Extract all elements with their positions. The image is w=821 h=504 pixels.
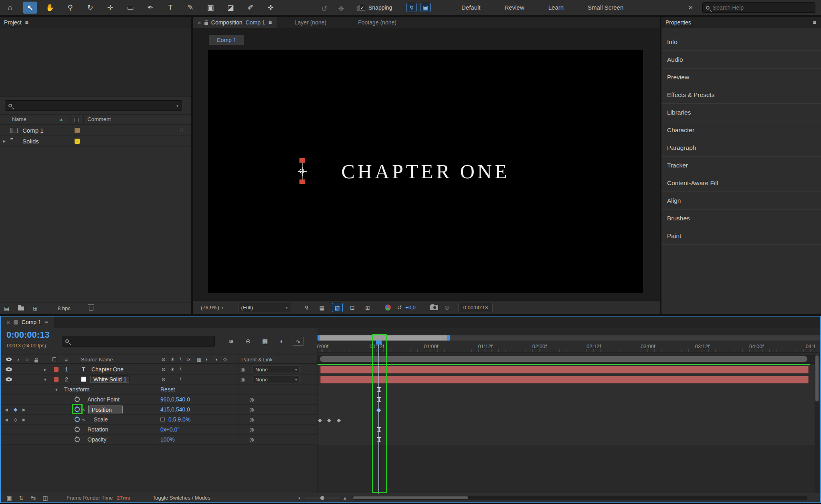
workspace-tab[interactable]: Learn: [548, 2, 564, 12]
property-row-position[interactable]: ◀ ◆ ▶ ∿ Position 415,0,540,0 ◎: [1, 405, 317, 415]
quality-toggle-icon[interactable]: \: [180, 367, 181, 372]
layer-duration-bar[interactable]: [320, 366, 809, 373]
composition-canvas[interactable]: CHAPTER ONE: [208, 50, 643, 293]
pickwhip-icon[interactable]: ◎: [249, 427, 254, 433]
video-column-icon[interactable]: [6, 357, 12, 361]
collapse-arrow-icon[interactable]: ▾: [44, 377, 47, 382]
threed-column-icon[interactable]: ◇: [223, 357, 227, 362]
graph-editor-toggle-icon[interactable]: ∿: [82, 417, 85, 422]
property-value[interactable]: 0,5,9,0%: [168, 416, 190, 423]
keyframe-diamond[interactable]: ◆: [318, 417, 322, 423]
visibility-eye-icon[interactable]: [6, 367, 12, 371]
properties-tab-label[interactable]: Properties: [665, 19, 691, 26]
parent-dropdown[interactable]: None ▾: [253, 366, 300, 373]
property-name[interactable]: Position: [88, 406, 123, 413]
frame-blend-column-icon[interactable]: ▦: [197, 357, 201, 362]
property-name[interactable]: Anchor Point: [87, 396, 119, 403]
collapse-toggle-icon[interactable]: ☀: [170, 367, 175, 372]
pickwhip-icon[interactable]: ◎: [249, 407, 254, 413]
title-text[interactable]: CHAPTER ONE: [341, 160, 510, 183]
exposure-value[interactable]: +0,0: [405, 304, 416, 310]
new-folder-icon[interactable]: [18, 306, 24, 310]
panel-menu-icon[interactable]: ≡: [25, 19, 28, 26]
comp-flowchart-icon[interactable]: ∷: [180, 127, 183, 133]
rotation-tool-icon[interactable]: ↻: [83, 2, 97, 14]
channels-icon[interactable]: [385, 304, 391, 310]
layer-row-2[interactable]: ▾ 2 White Solid 1 ⊙ \ ◎ None ▾: [1, 375, 317, 385]
work-area-bar[interactable]: [317, 335, 820, 341]
property-row-anchor-point[interactable]: Anchor Point 960,0,540,0 ◎: [1, 395, 317, 405]
stopwatch-icon[interactable]: [75, 397, 80, 402]
tab-footage[interactable]: Footage (none): [358, 19, 396, 26]
fx-column-icon[interactable]: fx: [187, 357, 191, 362]
tab-layer[interactable]: Layer (none): [295, 19, 326, 26]
zoom-in-mountain-icon[interactable]: ▲: [343, 495, 348, 501]
collapse-arrow-icon[interactable]: ▾: [55, 387, 58, 392]
layer-name[interactable]: White Solid 1: [91, 376, 129, 383]
rectangle-tool-icon[interactable]: ▭: [123, 2, 137, 14]
brush-tool-icon[interactable]: ✎: [184, 2, 197, 14]
split-box-icon[interactable]: ◫: [40, 494, 51, 502]
parent-dropdown[interactable]: None ▾: [253, 376, 300, 383]
help-search-input[interactable]: [713, 4, 812, 11]
next-keyframe-icon[interactable]: ▶: [22, 407, 26, 412]
layer-label-color[interactable]: [54, 377, 59, 382]
property-name[interactable]: Rotation: [87, 426, 108, 433]
property-value[interactable]: 415,0,540,0: [160, 406, 190, 413]
lock-viewer-icon[interactable]: [204, 22, 208, 25]
vertical-scrollbar-thumb[interactable]: [815, 355, 819, 401]
timeline-zoom-handle[interactable]: [320, 496, 324, 500]
source-name-column-label[interactable]: Source Name: [81, 356, 113, 362]
properties-item[interactable]: Preview: [661, 69, 821, 86]
mask-visibility-icon[interactable]: ▧: [332, 303, 343, 312]
visibility-eye-icon[interactable]: [6, 377, 12, 381]
transform-group-label[interactable]: Transform: [64, 386, 89, 393]
column-comment[interactable]: Comment: [87, 116, 111, 122]
work-area-start-handle[interactable]: [317, 335, 320, 341]
selection-handle[interactable]: [299, 179, 305, 184]
properties-item[interactable]: Libraries: [661, 104, 821, 121]
stopwatch-icon[interactable]: [75, 417, 80, 422]
properties-item[interactable]: Content-Aware Fill: [661, 174, 821, 192]
sort-ascending-icon[interactable]: ▲: [59, 117, 63, 121]
workspace-tab[interactable]: Default: [461, 2, 481, 12]
playhead-head[interactable]: [376, 341, 382, 345]
close-icon[interactable]: ×: [198, 19, 201, 26]
pickwhip-icon[interactable]: ◎: [241, 367, 245, 373]
next-keyframe-icon[interactable]: ▶: [22, 417, 26, 422]
shy-toggle-icon[interactable]: ⊙: [162, 377, 166, 382]
viewer-timecode[interactable]: 0:00:00:13: [458, 303, 493, 312]
timeline-tab[interactable]: × Comp 1 ≡: [1, 317, 54, 328]
expand-arrow-icon[interactable]: ▸: [3, 138, 6, 144]
timeline-zoom-slider[interactable]: [305, 498, 339, 498]
selection-tool-icon[interactable]: ↖: [23, 2, 37, 14]
properties-item[interactable]: Align: [661, 192, 821, 210]
composition-mini-flowchart-icon[interactable]: ≋: [225, 336, 237, 346]
up-down-arrows-icon[interactable]: ⇅: [16, 494, 26, 502]
horizontal-scrollbar-thumb[interactable]: [353, 496, 468, 499]
chevron-down-icon[interactable]: ▾: [176, 103, 178, 108]
parent-link-column-label[interactable]: Parent & Link: [241, 356, 273, 362]
properties-item[interactable]: Brushes: [661, 210, 821, 227]
properties-item[interactable]: Info: [661, 33, 821, 51]
tab-arrows-icon[interactable]: ↹: [28, 494, 38, 502]
property-row-rotation[interactable]: Rotation 0x+0,0° ◎: [1, 425, 317, 435]
label-column-icon[interactable]: [52, 357, 56, 361]
expand-arrow-icon[interactable]: ▸: [44, 367, 47, 372]
eraser-tool-icon[interactable]: ◪: [224, 2, 237, 14]
snap-grid-icon[interactable]: ▣: [421, 3, 431, 12]
guides-options-icon[interactable]: ⊞: [362, 303, 373, 312]
project-row-solids[interactable]: ▸ Solids: [0, 136, 191, 147]
hand-tool-icon[interactable]: ✋: [43, 2, 57, 14]
stopwatch-icon[interactable]: [75, 407, 80, 412]
home-tool-icon[interactable]: ⌂: [3, 2, 17, 14]
motion-blur-column-icon[interactable]: ◐: [206, 357, 208, 362]
zoom-out-mountain-icon[interactable]: ▲: [298, 496, 301, 500]
transform-group-row[interactable]: ▾ Transform Reset: [1, 385, 317, 395]
region-of-interest-icon[interactable]: ⊡: [347, 303, 358, 312]
label-column-icon[interactable]: [75, 118, 79, 122]
new-composition-icon[interactable]: ⊞: [33, 305, 38, 312]
collapse-column-icon[interactable]: ☀: [170, 357, 175, 362]
graph-editor-toggle-icon[interactable]: ∿: [82, 407, 85, 412]
comp-chip[interactable]: Comp 1: [209, 35, 244, 45]
